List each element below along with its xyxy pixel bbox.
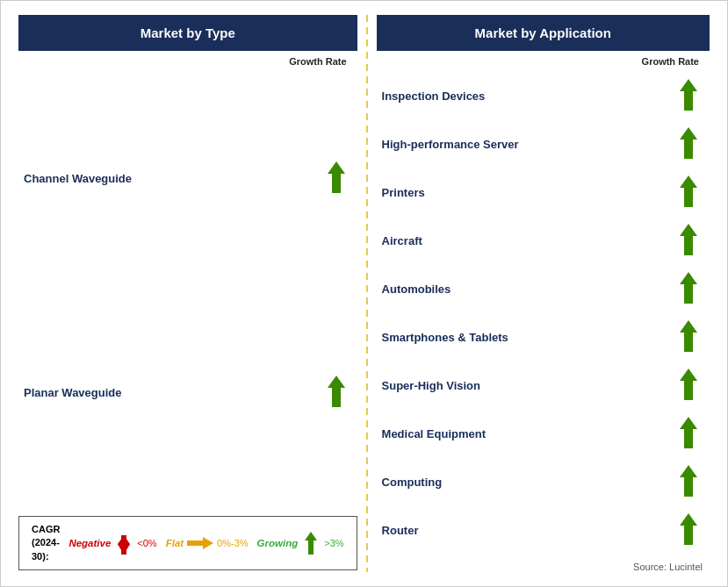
arrow-icon	[676, 369, 701, 404]
green-up-arrow-icon	[676, 417, 701, 448]
svg-marker-8	[680, 79, 697, 111]
svg-marker-15	[680, 417, 697, 448]
right-growth-label: Growth Rate	[377, 51, 710, 68]
svg-marker-6	[187, 537, 213, 549]
list-item: Medical Equipment	[377, 415, 710, 454]
list-item: Aircraft	[377, 222, 710, 261]
arrow-icon	[676, 272, 701, 307]
left-panel-header: Market by Type	[18, 15, 357, 51]
green-up-arrow-icon	[676, 369, 701, 400]
legend-flat-label: Flat	[166, 538, 184, 548]
svg-marker-12	[680, 272, 697, 304]
item-label: Router	[382, 524, 419, 537]
item-label: Automobiles	[382, 283, 451, 296]
green-up-arrow-icon	[676, 79, 701, 111]
item-label: Aircraft	[382, 234, 422, 247]
green-up-arrow-icon	[676, 127, 701, 159]
arrow-icon	[676, 224, 701, 259]
source-text: Source: Lucintel	[377, 562, 710, 572]
arrow-icon	[676, 513, 701, 548]
vertical-divider	[366, 15, 368, 572]
svg-marker-9	[680, 127, 697, 159]
svg-marker-14	[680, 369, 697, 400]
list-item: Smartphones & Tablets	[377, 319, 710, 357]
arrow-icon	[676, 175, 701, 211]
svg-marker-13	[680, 320, 697, 352]
right-items-list: Inspection Devices High-performance Serv…	[377, 68, 710, 558]
green-up-arrow-icon	[676, 465, 701, 497]
list-item: Computing	[377, 463, 710, 502]
svg-marker-0	[328, 161, 345, 193]
item-label: Printers	[382, 186, 425, 199]
list-item: Planar Waveguide	[18, 374, 357, 412]
svg-marker-7	[305, 532, 317, 555]
list-item: Automobiles	[377, 270, 710, 309]
right-panel: Market by Application Growth Rate Inspec…	[377, 15, 710, 572]
legend-negative: Negative <0%	[68, 532, 156, 555]
svg-marker-17	[680, 513, 697, 545]
left-items-list: Channel Waveguide Planar Waveguide	[18, 68, 357, 504]
legend-growing-range: >3%	[324, 538, 343, 548]
arrow-icon	[324, 376, 349, 411]
legend-negative-label: Negative	[68, 538, 111, 548]
list-item: Inspection Devices	[377, 77, 710, 116]
green-up-arrow-icon	[676, 224, 701, 255]
arrow-icon	[676, 465, 701, 500]
svg-marker-5	[118, 544, 130, 553]
green-up-arrow-icon	[324, 161, 349, 193]
orange-right-arrow-icon	[187, 534, 213, 552]
green-up-arrow-icon	[676, 175, 701, 207]
legend-growing-label: Growing	[257, 538, 299, 548]
item-label: Super-High Vision	[382, 379, 480, 392]
svg-marker-1	[328, 376, 345, 407]
legend-box: CAGR (2024-30): Negative <0%	[18, 516, 357, 570]
item-label: Channel Waveguide	[24, 172, 132, 185]
arrow-icon	[676, 320, 701, 355]
list-item: Router	[377, 512, 710, 550]
item-label: Planar Waveguide	[24, 386, 122, 399]
svg-marker-10	[680, 175, 697, 207]
list-item: Channel Waveguide	[18, 160, 357, 198]
svg-marker-11	[680, 224, 697, 255]
legend-cagr-label: CAGR (2024-30):	[32, 523, 60, 563]
main-container: Market by Type Growth Rate Channel Waveg…	[0, 0, 728, 587]
item-label: Medical Equipment	[382, 427, 486, 440]
arrow-icon	[676, 127, 701, 162]
legend-flat-range: 0%-3%	[217, 538, 248, 548]
item-label: Smartphones & Tablets	[382, 331, 508, 344]
panels-area: Market by Type Growth Rate Channel Waveg…	[18, 15, 710, 572]
item-label: High-performance Server	[382, 138, 519, 151]
red-down-arrow-icon	[114, 532, 133, 555]
list-item: Printers	[377, 174, 710, 212]
svg-marker-16	[680, 465, 697, 497]
left-growth-label: Growth Rate	[18, 51, 357, 68]
arrow-icon	[676, 79, 701, 114]
legend-flat: Flat 0%-3%	[166, 534, 249, 552]
bottom-area: CAGR (2024-30): Negative <0%	[18, 504, 357, 572]
green-up-arrow-icon	[676, 272, 701, 304]
right-panel-header: Market by Application	[377, 15, 710, 51]
left-panel: Market by Type Growth Rate Channel Waveg…	[18, 15, 357, 572]
right-panel-title: Market by Application	[475, 25, 611, 40]
item-label: Computing	[382, 476, 443, 489]
green-up-arrow-icon	[676, 513, 701, 545]
arrow-icon	[324, 161, 349, 197]
list-item: Super-High Vision	[377, 367, 710, 405]
arrow-icon	[676, 417, 701, 452]
left-panel-title: Market by Type	[141, 25, 235, 40]
list-item: High-performance Server	[377, 125, 710, 164]
item-label: Inspection Devices	[382, 89, 486, 103]
green-up-arrow-icon	[676, 320, 701, 352]
green-up-arrow-icon	[324, 376, 349, 407]
green-up-arrow-icon-legend	[301, 532, 321, 555]
legend-negative-range: <0%	[137, 538, 156, 548]
legend-growing: Growing >3%	[257, 532, 344, 555]
